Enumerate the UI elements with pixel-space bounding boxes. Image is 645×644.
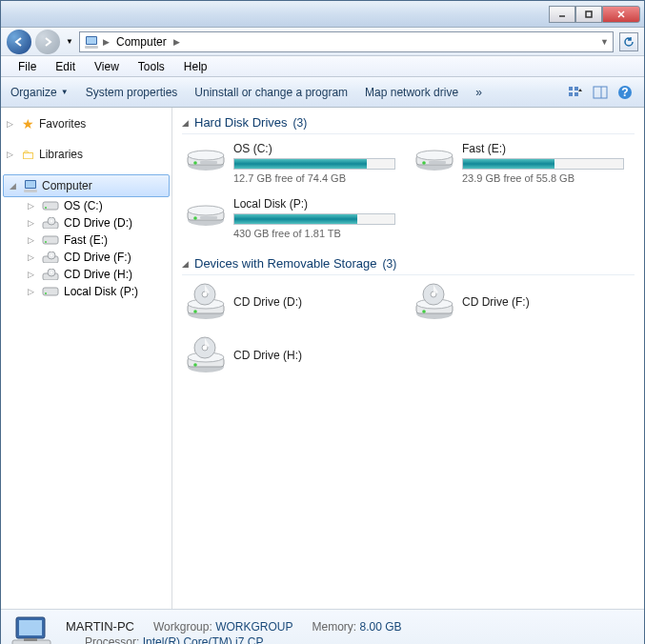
menu-bar: File Edit View Tools Help [1, 56, 644, 77]
chevron-right-icon: ▷ [28, 201, 37, 211]
drive-tile[interactable]: CD Drive (D:) [182, 279, 392, 327]
svg-rect-31 [594, 87, 607, 98]
sidebar-drive-item[interactable]: ▷Fast (E:) [22, 231, 171, 249]
details-memory: 8.00 GB [360, 620, 402, 634]
chevron-right-icon: ▷ [28, 235, 37, 245]
sidebar-label: Libraries [39, 148, 83, 161]
svg-rect-29 [569, 92, 573, 96]
details-workgroup-label: Workgroup: [153, 620, 212, 634]
menu-tools[interactable]: Tools [129, 58, 174, 75]
view-options-button[interactable] [566, 83, 585, 102]
section-header-removable[interactable]: ◢ Devices with Removable Storage (3) [182, 252, 635, 275]
sidebar-item-label: Local Disk (P:) [64, 285, 138, 298]
cd-drive-icon [186, 283, 226, 323]
hard-drive-icon [42, 286, 59, 297]
history-dropdown-icon[interactable]: ▼ [64, 37, 75, 46]
chevron-down-icon: ◢ [182, 118, 189, 128]
menu-edit[interactable]: Edit [46, 58, 85, 75]
organize-button[interactable]: Organize ▼ [10, 86, 69, 99]
cd-drive-icon [42, 269, 59, 280]
drive-free-text: 23.9 GB free of 55.8 GB [462, 172, 624, 184]
sidebar-item-label: CD Drive (H:) [64, 268, 132, 281]
cd-drive-icon [414, 283, 454, 323]
menu-help[interactable]: Help [174, 58, 217, 75]
forward-button[interactable] [35, 30, 60, 54]
svg-rect-28 [574, 87, 578, 91]
section-count: (3) [382, 257, 396, 271]
drive-name: CD Drive (F:) [462, 295, 530, 309]
titlebar [1, 1, 644, 28]
toolbar-overflow-button[interactable]: » [475, 86, 482, 99]
chevron-right-icon: ▷ [28, 270, 37, 279]
sidebar-label: Computer [42, 179, 92, 192]
navigation-pane: ▷ ★ Favorites ▷ 🗀 Libraries ◢ Computer [1, 108, 172, 609]
hard-drive-icon [186, 142, 226, 172]
capacity-bar [233, 213, 395, 225]
details-processor: Intel(R) Core(TM) i7 CP... [143, 635, 272, 644]
svg-text:?: ? [621, 86, 628, 99]
breadcrumb-separator-icon[interactable]: ▶ [173, 37, 180, 47]
computer-icon [84, 35, 99, 49]
minimize-button[interactable] [549, 6, 575, 23]
sidebar-drive-item[interactable]: ▷Local Disk (P:) [22, 283, 171, 300]
refresh-button[interactable] [619, 32, 638, 51]
drive-tile[interactable]: CD Drive (F:) [411, 279, 620, 327]
maximize-button[interactable] [575, 6, 602, 23]
details-pane: MARTIN-PC Workgroup: WORKGROUP Memory: 8… [1, 609, 644, 644]
hard-drive-icon [414, 142, 454, 172]
uninstall-program-button[interactable]: Uninstall or change a program [194, 86, 348, 99]
address-bar[interactable]: ▶ Computer ▶ ▼ [79, 31, 614, 52]
hard-drive-icon [186, 197, 226, 228]
chevron-right-icon: ▷ [28, 287, 37, 296]
drive-tile[interactable]: Fast (E:) 23.9 GB free of 55.8 GB [411, 138, 620, 188]
window-controls [549, 6, 640, 23]
drive-free-text: 430 GB free of 1.81 TB [233, 228, 395, 239]
libraries-icon: 🗀 [20, 147, 35, 162]
close-button[interactable] [602, 6, 640, 23]
sidebar-libraries[interactable]: ▷ 🗀 Libraries [1, 144, 171, 165]
details-workgroup: WORKGROUP [215, 620, 292, 634]
details-computer-name: MARTIN-PC [66, 619, 134, 634]
system-properties-button[interactable]: System properties [86, 86, 178, 99]
chevron-right-icon: ▷ [28, 252, 37, 262]
section-header-hdd[interactable]: ◢ Hard Disk Drives (3) [182, 111, 635, 134]
capacity-bar [462, 158, 624, 170]
svg-rect-24 [586, 11, 592, 17]
drive-name: CD Drive (D:) [233, 295, 302, 309]
sidebar-favorites[interactable]: ▷ ★ Favorites [1, 113, 171, 134]
drive-name: OS (C:) [233, 142, 395, 155]
chevron-right-icon: ▷ [7, 150, 16, 159]
menu-file[interactable]: File [9, 58, 46, 75]
breadcrumb-computer[interactable]: Computer [113, 34, 170, 50]
preview-pane-button[interactable] [591, 83, 610, 102]
toolbar: Organize ▼ System properties Uninstall o… [1, 77, 644, 108]
details-memory-label: Memory: [312, 620, 356, 634]
section-title: Devices with Removable Storage [194, 256, 376, 271]
chevron-right-icon: ▷ [7, 119, 16, 129]
drive-tile[interactable]: CD Drive (H:) [182, 332, 392, 380]
sidebar-drive-item[interactable]: ▷CD Drive (H:) [22, 266, 171, 283]
cd-drive-icon [186, 336, 226, 376]
sidebar-item-label: OS (C:) [64, 199, 103, 212]
sidebar-drive-item[interactable]: ▷OS (C:) [22, 197, 171, 214]
body-split: ▷ ★ Favorites ▷ 🗀 Libraries ◢ Computer [1, 108, 644, 609]
sidebar-drive-item[interactable]: ▷CD Drive (F:) [22, 249, 171, 266]
drive-name: Local Disk (P:) [233, 197, 395, 211]
sidebar-drive-item[interactable]: ▷CD Drive (D:) [22, 214, 171, 231]
menu-view[interactable]: View [85, 58, 129, 75]
map-network-drive-button[interactable]: Map network drive [365, 86, 458, 99]
back-button[interactable] [7, 30, 31, 54]
breadcrumb-separator-icon[interactable]: ▶ [103, 37, 110, 47]
sidebar-item-label: CD Drive (D:) [64, 216, 132, 230]
drive-tile[interactable]: OS (C:) 12.7 GB free of 74.4 GB [182, 138, 392, 188]
drive-tile[interactable]: Local Disk (P:) 430 GB free of 1.81 TB [182, 193, 392, 243]
section-title: Hard Disk Drives [194, 115, 288, 130]
chevron-right-icon: ▷ [28, 218, 37, 228]
sidebar-computer[interactable]: ◢ Computer [3, 174, 170, 197]
hard-drive-icon [42, 200, 59, 211]
address-dropdown-icon[interactable]: ▼ [600, 37, 609, 47]
drive-name: Fast (E:) [462, 142, 624, 155]
explorer-window: ▼ ▶ Computer ▶ ▼ File Edit View Tools He… [0, 0, 645, 644]
capacity-bar [233, 158, 395, 170]
help-button[interactable]: ? [615, 83, 635, 102]
